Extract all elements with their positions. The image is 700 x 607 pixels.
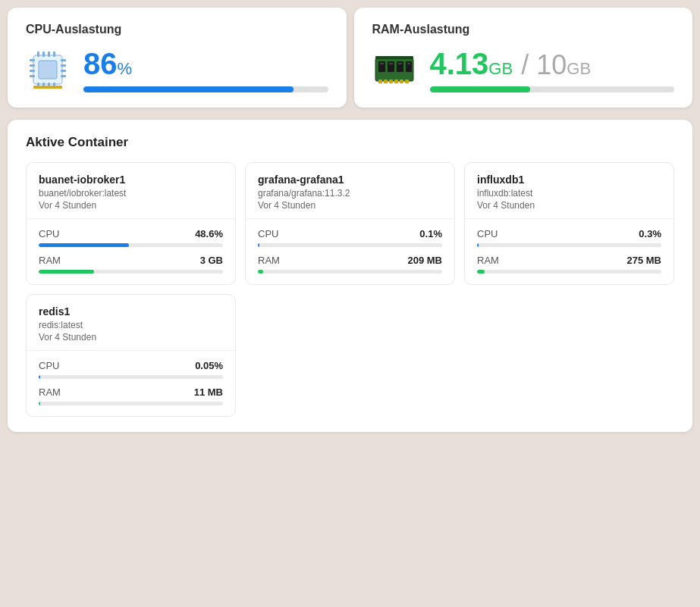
ram-content: 4.13GB / 10GB (372, 47, 675, 92)
container-time: Vor 4 Stunden (258, 200, 442, 211)
cpu-row-header: CPU 48.6% (39, 228, 223, 239)
cpu-label: CPU (39, 228, 59, 239)
ram-stat: 11 MB (194, 386, 223, 398)
ram-label: RAM (39, 255, 61, 266)
ram-label: RAM (39, 386, 61, 398)
svg-rect-2 (37, 52, 39, 57)
cpu-mini-fill (477, 243, 479, 247)
ram-progress-fill (430, 86, 530, 92)
containers-title: Aktive Container (26, 135, 674, 150)
cpu-metric-row: CPU 0.3% (477, 228, 661, 247)
svg-rect-10 (30, 59, 35, 61)
container-name: buanet-iobroker1 (39, 174, 223, 186)
cpu-mini-bar (477, 243, 661, 247)
ram-mini-fill (39, 270, 94, 274)
svg-rect-34 (407, 63, 410, 64)
svg-rect-4 (48, 52, 50, 57)
ram-mini-fill (477, 270, 485, 274)
cpu-row-header: CPU 0.05% (39, 360, 223, 371)
ram-mini-bar (477, 270, 661, 274)
svg-rect-15 (61, 64, 66, 67)
ram-metric-row: RAM 11 MB (39, 386, 223, 405)
cpu-stat: 0.1% (419, 228, 442, 239)
container-metrics: CPU 0.05% RAM 11 MB (27, 351, 235, 416)
container-time: Vor 4 Stunden (39, 332, 223, 343)
container-metrics: CPU 0.1% RAM 209 MB (246, 219, 454, 284)
container-header: buanet-iobroker1 buanet/iobroker:latest … (27, 163, 235, 219)
cpu-stat: 0.3% (639, 228, 661, 239)
container-image: buanet/iobroker:latest (39, 188, 223, 199)
svg-rect-1 (39, 61, 57, 79)
ram-metric-row: RAM 275 MB (477, 255, 661, 274)
cpu-row-header: CPU 0.1% (258, 228, 442, 239)
svg-rect-20 (375, 56, 413, 59)
cpu-value: 86% (83, 47, 328, 80)
cpu-mini-fill (39, 375, 40, 379)
svg-rect-16 (61, 70, 66, 72)
cpu-icon (26, 48, 70, 92)
ram-value: 4.13GB / 10GB (430, 47, 675, 80)
container-header: grafana-grafana1 grafana/grafana:11.3.2 … (246, 163, 454, 219)
cpu-metric-row: CPU 0.05% (39, 360, 223, 379)
cpu-value-section: 86% (83, 47, 328, 92)
svg-rect-33 (398, 63, 402, 64)
container-name: redis1 (39, 305, 223, 318)
ram-mini-bar (258, 270, 442, 274)
containers-section: Aktive Container buanet-iobroker1 buanet… (8, 120, 692, 432)
container-header: redis1 redis:latest Vor 4 Stunden (27, 295, 235, 351)
svg-rect-18 (33, 86, 62, 89)
svg-rect-24 (394, 80, 398, 83)
cpu-mini-bar (258, 243, 442, 247)
ram-mini-fill (39, 402, 40, 405)
svg-rect-11 (30, 64, 35, 67)
container-header: influxdb1 influxdb:latest Vor 4 Stunden (465, 163, 673, 219)
ram-row-header: RAM 3 GB (39, 255, 223, 266)
ram-value-section: 4.13GB / 10GB (430, 47, 675, 92)
top-metrics-row: CPU-Auslastung (8, 8, 692, 108)
ram-metric-row: RAM 3 GB (39, 255, 223, 274)
svg-rect-13 (30, 75, 35, 77)
cpu-mini-fill (39, 243, 129, 247)
cpu-mini-bar (39, 375, 223, 379)
container-card: buanet-iobroker1 buanet/iobroker:latest … (26, 162, 236, 285)
svg-rect-14 (61, 59, 66, 61)
cpu-stat: 0.05% (195, 360, 223, 371)
cpu-label: CPU (39, 360, 59, 371)
containers-grid: buanet-iobroker1 buanet/iobroker:latest … (26, 162, 674, 417)
svg-rect-3 (42, 52, 45, 57)
ram-stat: 3 GB (200, 255, 223, 266)
container-card: influxdb1 influxdb:latest Vor 4 Stunden … (464, 162, 674, 285)
container-image: redis:latest (39, 320, 223, 330)
ram-stat: 209 MB (407, 255, 442, 266)
cpu-progress-bar (83, 86, 328, 92)
svg-rect-17 (61, 75, 66, 77)
svg-rect-32 (389, 63, 393, 64)
cpu-progress-fill (83, 86, 293, 92)
container-image: influxdb:latest (477, 188, 661, 199)
cpu-label: CPU (477, 228, 498, 239)
cpu-metric-row: CPU 0.1% (258, 228, 442, 247)
cpu-mini-bar (39, 243, 223, 247)
cpu-row-header: CPU 0.3% (477, 228, 661, 239)
ram-mini-bar (39, 402, 223, 405)
ram-card: RAM-Auslastung (354, 8, 693, 108)
ram-progress-bar (430, 86, 675, 92)
svg-rect-23 (389, 80, 393, 83)
cpu-metric-row: CPU 48.6% (39, 228, 223, 247)
container-card: redis1 redis:latest Vor 4 Stunden CPU 0.… (26, 294, 236, 417)
cpu-label: CPU (258, 228, 278, 239)
ram-row-header: RAM 11 MB (39, 386, 223, 398)
ram-metric-row: RAM 209 MB (258, 255, 442, 274)
ram-mini-fill (258, 270, 263, 274)
ram-label: RAM (477, 255, 499, 266)
ram-stat: 275 MB (626, 255, 661, 266)
svg-rect-12 (30, 70, 35, 72)
ram-row-header: RAM 209 MB (258, 255, 442, 266)
container-metrics: CPU 48.6% RAM 3 GB (27, 219, 235, 284)
container-metrics: CPU 0.3% RAM 275 MB (465, 219, 673, 284)
cpu-card: CPU-Auslastung (8, 8, 347, 108)
ram-row-header: RAM 275 MB (477, 255, 661, 266)
cpu-content: 86% (26, 47, 328, 92)
cpu-stat: 48.6% (195, 228, 223, 239)
container-name: grafana-grafana1 (258, 174, 442, 186)
